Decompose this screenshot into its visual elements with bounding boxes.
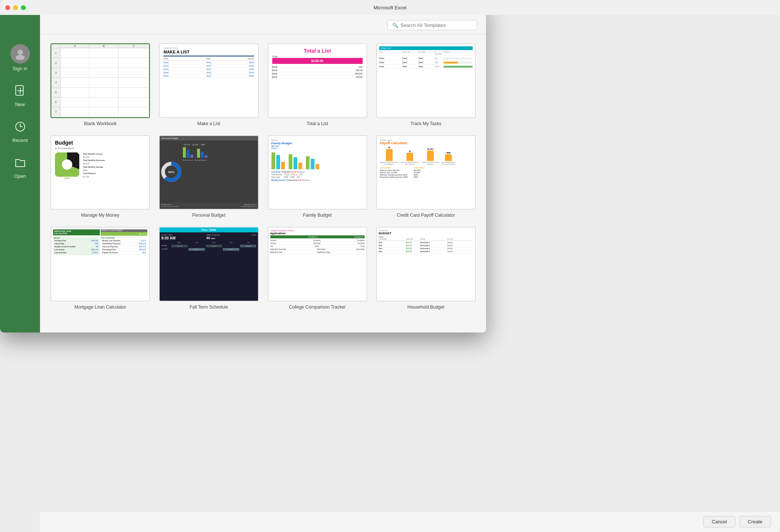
template-credit-card-payoff[interactable]: Credit Card Payoff Calculator 40 Months … bbox=[376, 135, 476, 218]
templates-grid: A B C 1 2 3 4 5 6 7 bbox=[40, 34, 486, 332]
svg-point-0 bbox=[18, 50, 23, 55]
titlebar: Microsoft Excel bbox=[0, 0, 486, 15]
template-household-budget[interactable]: Household BUDGET Detail EXPENSE AMOUNT N… bbox=[376, 227, 476, 310]
maximize-button[interactable] bbox=[21, 5, 26, 10]
template-thumb-credit-card-payoff: Credit Card Payoff Calculator 40 Months … bbox=[376, 135, 476, 210]
template-mortgage-loan[interactable]: MORTGAGE LOANCALCULATOR MONTHLY LOAN PAY… bbox=[50, 227, 150, 310]
template-manage-my-money[interactable]: Budget % of Income Spent 55% bbox=[50, 135, 150, 218]
template-thumb-family-budget: [Name] Family Budget [Month][Year] bbox=[268, 135, 367, 210]
minimize-button[interactable] bbox=[13, 5, 18, 10]
template-thumb-blank-workbook: A B C 1 2 3 4 5 6 7 bbox=[50, 43, 150, 118]
template-thumb-household-budget: Household BUDGET Detail EXPENSE AMOUNT N… bbox=[376, 227, 476, 301]
template-total-a-list[interactable]: Total a List Total $139.00 [Item]Cost [I… bbox=[268, 43, 367, 126]
template-label-track-my-tasks: Track My Tasks bbox=[411, 121, 442, 126]
template-label-blank-workbook: Blank Workbook bbox=[84, 121, 117, 126]
signin-label: Sign in bbox=[13, 66, 28, 71]
template-personal-budget[interactable]: Personal Budget 62% bbox=[159, 135, 258, 218]
svg-point-1 bbox=[16, 55, 25, 60]
template-label-fall-term: Fall Term Schedule bbox=[190, 304, 228, 310]
main-content: 🔍 A B C 1 2 bbox=[40, 15, 486, 332]
template-thumb-mortgage-loan: MORTGAGE LOANCALCULATOR MONTHLY LOAN PAY… bbox=[50, 227, 150, 301]
search-input[interactable] bbox=[400, 22, 472, 28]
template-thumb-personal-budget: Personal Budget 62% bbox=[159, 135, 258, 210]
recent-icon bbox=[14, 121, 26, 135]
template-thumb-total-a-list: Total a List Total $139.00 [Item]Cost [I… bbox=[268, 43, 367, 118]
template-label-make-a-list: Make a List bbox=[197, 121, 220, 126]
template-blank-workbook[interactable]: A B C 1 2 3 4 5 6 7 bbox=[50, 43, 150, 126]
new-icon bbox=[14, 85, 26, 99]
sidebar-item-signin[interactable]: Sign in bbox=[0, 37, 40, 78]
template-label-mortgage-loan: Mortgage Loan Calculator bbox=[74, 304, 126, 310]
template-thumb-track-my-tasks: TASK LIST TaskStart DateEnd Date% Comple… bbox=[376, 43, 476, 118]
template-label-total-a-list: Total a List bbox=[307, 121, 328, 126]
template-thumb-make-a-list: TASK OR TITLE MAKE A LIST DATEITEMNOTES … bbox=[159, 43, 258, 118]
sidebar: Sign in New Recent Open bbox=[0, 15, 40, 332]
avatar bbox=[10, 44, 30, 64]
template-thumb-college-comparison: College Comparison Tracker Applications … bbox=[268, 227, 367, 301]
template-label-family-budget: Family Budget bbox=[303, 213, 332, 218]
template-fall-term[interactable]: FALL TERM START TIME 9:00 AM TIME INTERV… bbox=[159, 227, 258, 310]
sidebar-item-new[interactable]: New bbox=[0, 78, 40, 114]
template-label-personal-budget: Personal Budget bbox=[192, 213, 225, 218]
template-label-college-comparison: College Comparison Tracker bbox=[289, 304, 346, 310]
template-thumb-fall-term: FALL TERM START TIME 9:00 AM TIME INTERV… bbox=[159, 227, 258, 301]
template-label-household-budget: Household Budget bbox=[408, 304, 445, 310]
search-icon: 🔍 bbox=[392, 22, 398, 28]
new-label: New bbox=[15, 102, 25, 107]
template-thumb-manage-my-money: Budget % of Income Spent 55% bbox=[50, 135, 150, 210]
template-college-comparison[interactable]: College Comparison Tracker Applications … bbox=[268, 227, 367, 310]
app-title: Microsoft Excel bbox=[374, 5, 406, 10]
template-label-credit-card-payoff: Credit Card Payoff Calculator bbox=[397, 213, 455, 218]
recent-label: Recent bbox=[12, 137, 28, 143]
template-track-my-tasks[interactable]: TASK LIST TaskStart DateEnd Date% Comple… bbox=[376, 43, 476, 126]
template-family-budget[interactable]: [Name] Family Budget [Month][Year] bbox=[268, 135, 367, 218]
search-box[interactable]: 🔍 bbox=[387, 20, 477, 30]
template-label-manage-my-money: Manage My Money bbox=[81, 213, 119, 218]
sidebar-item-open[interactable]: Open bbox=[0, 150, 40, 186]
window-controls[interactable] bbox=[5, 5, 26, 10]
open-label: Open bbox=[14, 173, 26, 179]
sidebar-item-recent[interactable]: Recent bbox=[0, 114, 40, 150]
main-header: 🔍 bbox=[40, 15, 486, 34]
template-make-a-list[interactable]: TASK OR TITLE MAKE A LIST DATEITEMNOTES … bbox=[159, 43, 258, 126]
close-button[interactable] bbox=[5, 5, 10, 10]
open-icon bbox=[14, 157, 26, 171]
